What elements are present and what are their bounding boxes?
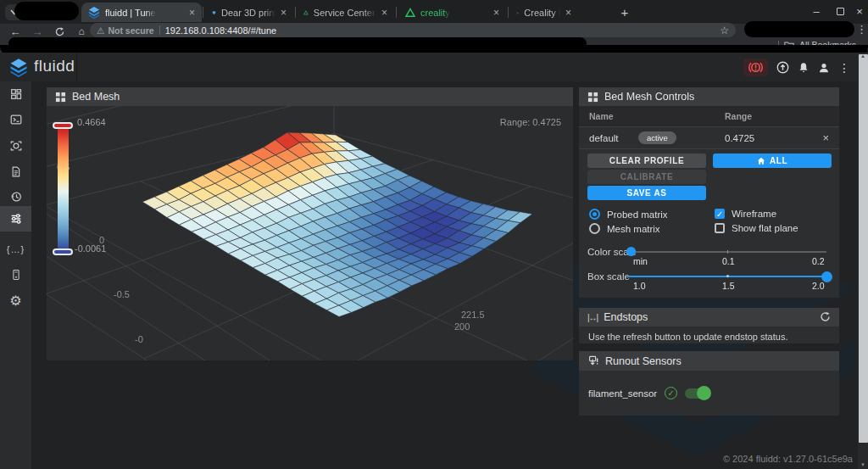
tab-close-icon[interactable]: × bbox=[281, 7, 287, 19]
sidebar-item-tune[interactable] bbox=[0, 206, 31, 232]
filament-sensor-toggle[interactable] bbox=[685, 388, 710, 399]
fluidd-favicon bbox=[88, 6, 100, 19]
z-axis-tick: -0.5 bbox=[114, 289, 130, 299]
window-maximize-button[interactable] bbox=[829, 0, 851, 22]
endstops-message: Use the refresh button to update endstop… bbox=[588, 332, 787, 342]
browser-menu-button[interactable]: ⋮ bbox=[856, 23, 867, 36]
runout-sensors-header[interactable]: Runout Sensors bbox=[579, 351, 839, 371]
z-axis-tick: -0 bbox=[135, 334, 143, 344]
sidebar-item-system[interactable] bbox=[0, 262, 31, 288]
bed-mesh-panel-header[interactable]: Bed Mesh bbox=[47, 87, 573, 106]
active-badge: active bbox=[638, 131, 676, 144]
remove-profile-button[interactable]: × bbox=[822, 131, 829, 144]
clear-profile-button[interactable]: CLEAR PROFILE bbox=[587, 154, 706, 168]
colorbar-max-handle[interactable] bbox=[53, 122, 73, 129]
box-scale-tick-15: 1.5 bbox=[722, 281, 735, 291]
filament-sensor-name: filament_sensor bbox=[588, 388, 657, 399]
tab-fluidd-tune[interactable]: fluidd | Tune × bbox=[81, 3, 202, 22]
refresh-icon bbox=[820, 311, 831, 322]
colorbar-min-handle[interactable] bbox=[53, 248, 73, 255]
show-flat-plane-label: Show flat plane bbox=[732, 223, 798, 233]
tab-divider bbox=[203, 7, 203, 18]
endstops-panel: |↔| Endstops Use the refresh button to u… bbox=[579, 308, 839, 343]
radio-selected-icon bbox=[589, 209, 600, 220]
new-tab-button[interactable]: + bbox=[615, 3, 634, 20]
not-secure-chip[interactable]: ⚠ Not secure bbox=[97, 25, 154, 36]
probed-matrix-option[interactable]: Probed matrix bbox=[589, 209, 668, 220]
wireframe-option[interactable]: ✓ Wireframe bbox=[715, 209, 776, 219]
mesh-matrix-option[interactable]: Mesh matrix bbox=[589, 223, 660, 234]
tab-creality[interactable]: creality × bbox=[398, 3, 506, 22]
bed-mesh-panel: Bed Mesh Range: 0.4725 0.5 0 -0.5 -0 221… bbox=[47, 87, 573, 360]
fluidd-logo[interactable] bbox=[8, 58, 29, 77]
color-scale-mid-tick bbox=[727, 250, 728, 254]
tab-divider bbox=[508, 7, 509, 18]
tab-service-center[interactable]: Service Center-Creality 3D Prin × bbox=[297, 3, 394, 22]
not-secure-label: Not secure bbox=[108, 25, 153, 36]
updates-button[interactable] bbox=[773, 59, 792, 75]
maximize-icon bbox=[837, 8, 844, 15]
sidebar-item-configuration[interactable]: {…} bbox=[0, 237, 31, 262]
tab-close-icon[interactable]: × bbox=[493, 7, 499, 19]
grid-icon bbox=[55, 92, 66, 103]
bed-mesh-controls-header[interactable]: Bed Mesh Controls bbox=[579, 87, 839, 106]
person-icon bbox=[817, 61, 831, 75]
window-minimize-button[interactable]: – bbox=[805, 0, 827, 22]
app-menu-button[interactable]: ⋮ bbox=[835, 59, 854, 75]
profile-row-default[interactable]: default active 0.4725 × bbox=[579, 127, 839, 149]
sidebar-item-camera[interactable] bbox=[0, 133, 31, 159]
profile-name: default bbox=[579, 133, 638, 143]
sidebar-item-dashboard[interactable] bbox=[0, 81, 31, 107]
tune-sliders-icon bbox=[9, 212, 23, 226]
bed-mesh-plot: Range: 0.4725 0.5 0 -0.5 -0 221.5 200 0.… bbox=[47, 106, 573, 360]
user-account-button[interactable] bbox=[815, 59, 833, 75]
home-all-button[interactable]: ALL bbox=[713, 154, 832, 168]
emergency-stop-button[interactable] bbox=[743, 59, 768, 76]
box-scale-tick-10: 1.0 bbox=[633, 281, 646, 291]
reload-icon bbox=[54, 26, 65, 37]
emergency-stop-icon bbox=[748, 60, 763, 75]
column-range: Range bbox=[725, 111, 752, 121]
color-scale-handle[interactable] bbox=[626, 247, 636, 256]
scrollbar-down-icon[interactable]: ▼ bbox=[858, 462, 868, 467]
show-flat-plane-option[interactable]: Show flat plane bbox=[715, 223, 798, 233]
scrollbar-up-icon[interactable]: ▲ bbox=[858, 53, 868, 59]
tab-label: Dear 3D printers, Since a few d bbox=[221, 8, 275, 18]
refresh-endstops-button[interactable] bbox=[820, 311, 831, 325]
address-bar[interactable]: ⚠ Not secure 192.168.0.108:4408/#/tune ☆ bbox=[90, 23, 736, 37]
grid-icon bbox=[587, 92, 598, 103]
home-icon bbox=[757, 157, 765, 165]
tab-close-icon[interactable]: × bbox=[189, 7, 195, 19]
url-text: 192.168.0.108:4408/#/tune bbox=[165, 25, 277, 36]
x-axis-tick: 221.5 bbox=[461, 310, 485, 320]
window-close-button[interactable]: × bbox=[851, 0, 868, 22]
mesh-range-label: Range: 0.4725 bbox=[500, 117, 561, 127]
tab-label: fluidd | Tune bbox=[105, 8, 156, 18]
sidebar-item-console[interactable] bbox=[0, 107, 31, 132]
color-scale-tick-02: 0.2 bbox=[812, 256, 825, 266]
scrollbar-thumb[interactable] bbox=[859, 54, 868, 443]
tab-creality-ender[interactable]: Creality Ender 3 V3 UK | Ender × bbox=[509, 3, 578, 22]
tab-close-icon[interactable]: × bbox=[565, 7, 571, 19]
braces-icon: {…} bbox=[7, 244, 25, 254]
box-scale-handle[interactable] bbox=[821, 271, 832, 282]
tab-dear-3d-printers[interactable]: Dear 3D printers, Since a few d × bbox=[205, 3, 293, 22]
bed-mesh-surface-chart[interactable] bbox=[47, 106, 573, 360]
save-as-button[interactable]: SAVE AS bbox=[587, 186, 706, 200]
redaction-scribble bbox=[744, 21, 854, 37]
bed-mesh-title: Bed Mesh bbox=[72, 91, 120, 103]
sidebar-item-settings[interactable]: ⚙ bbox=[0, 288, 31, 313]
dashboard-icon bbox=[9, 87, 23, 101]
calibrate-button[interactable]: CALIBRATE bbox=[587, 170, 706, 184]
color-scale-tick-min: min bbox=[633, 256, 648, 266]
runout-sensors-panel: Runout Sensors filament_sensor ✓ bbox=[579, 351, 839, 416]
notifications-button[interactable] bbox=[794, 59, 813, 75]
box-scale-mid-tick bbox=[726, 275, 729, 277]
page-scrollbar[interactable]: ▲ ▼ bbox=[858, 53, 868, 469]
sidebar-item-jobs[interactable] bbox=[0, 159, 31, 184]
bookmark-star-icon[interactable]: ☆ bbox=[720, 25, 729, 36]
tab-close-icon[interactable]: × bbox=[381, 7, 387, 19]
dark-triangle-favicon bbox=[516, 8, 519, 18]
creality-logo-icon bbox=[303, 8, 309, 18]
endstops-header[interactable]: |↔| Endstops bbox=[579, 308, 839, 327]
